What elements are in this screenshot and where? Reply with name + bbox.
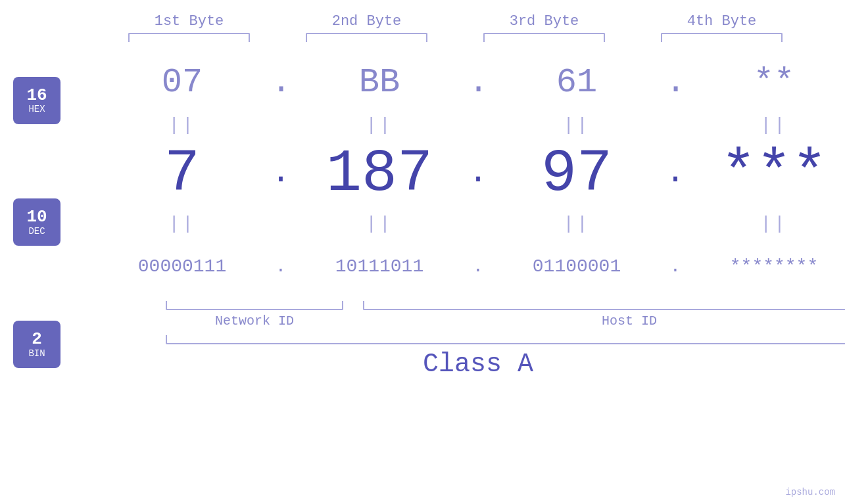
bracket-line-2 — [306, 33, 427, 42]
eq2-sym-2: || — [366, 214, 393, 234]
top-brackets — [33, 33, 845, 46]
hex-sep-2: . — [468, 63, 488, 102]
network-bracket — [166, 301, 343, 310]
bottom-brackets — [153, 301, 845, 310]
dec-badge-label: DEC — [28, 227, 45, 237]
bracket-box-1 — [101, 33, 278, 46]
dec-val-3: 97 — [541, 141, 612, 208]
host-bracket — [363, 301, 845, 310]
byte1-header: 1st Byte — [101, 13, 278, 30]
hex-badge-number: 16 — [26, 86, 47, 105]
dec-sep-1: . — [271, 154, 291, 195]
hex-val-2: BB — [359, 63, 400, 102]
full-bracket — [166, 335, 845, 344]
eq-sym-3: || — [563, 115, 591, 135]
bin-sep-3: . — [665, 256, 685, 277]
hex-badge: 16 HEX — [13, 77, 60, 124]
hex-val-4: ** — [754, 63, 794, 102]
hex-sep-1: . — [271, 63, 291, 102]
grid-area: 07 . BB . 61 . ** || — [60, 53, 845, 379]
bracket-line-1 — [128, 33, 250, 42]
labels-row: Network ID Host ID — [153, 313, 845, 329]
eq2-sym-3: || — [563, 214, 591, 234]
byte-headers: 1st Byte 2nd Byte 3rd Byte 4th Byte — [33, 0, 845, 30]
eq-cell-3: || — [488, 115, 665, 135]
eq-cell-1: || — [93, 115, 271, 135]
byte3-header: 3rd Byte — [456, 13, 633, 30]
bin-val-3: 01100001 — [533, 256, 621, 277]
class-label: Class A — [60, 350, 845, 379]
dec-sep-3: . — [665, 154, 685, 195]
bracket-box-2 — [278, 33, 456, 46]
bin-sep-1: . — [271, 256, 291, 277]
bracket-line-4 — [661, 33, 783, 42]
bin-badge: 2 BIN — [13, 321, 60, 368]
bracket-box-4 — [633, 33, 811, 46]
hex-cell-1: 07 — [93, 63, 271, 102]
dec-val-2: 187 — [326, 141, 433, 208]
dec-badge: 10 DEC — [13, 198, 60, 246]
host-id-label: Host ID — [363, 313, 845, 329]
bin-cell-2: 10111011 — [291, 256, 468, 277]
hex-sep-3: . — [665, 63, 685, 102]
dec-cell-4: *** — [685, 141, 845, 208]
eq-sym-2: || — [366, 115, 393, 135]
hex-cell-3: 61 — [488, 63, 665, 102]
dec-badge-number: 10 — [26, 208, 47, 227]
bin-badge-label: BIN — [28, 349, 45, 359]
equals-row-2: || || || || — [60, 210, 845, 237]
eq-sym-4: || — [760, 115, 788, 135]
eq2-cell-1: || — [93, 214, 271, 234]
bracket-line-3 — [483, 33, 605, 42]
dec-cell-2: 187 — [291, 141, 468, 208]
hex-badge-label: HEX — [28, 104, 45, 114]
network-id-label: Network ID — [166, 313, 343, 329]
bin-row: 00000111 . 10111011 . 01100001 . *******… — [60, 237, 845, 296]
eq2-sym-4: || — [760, 214, 788, 234]
content-area: 16 HEX 10 DEC 2 BIN 07 . BB — [0, 53, 845, 379]
bin-badge-number: 2 — [32, 330, 42, 349]
hex-cell-2: BB — [291, 63, 468, 102]
dec-cell-3: 97 — [488, 141, 665, 208]
eq-cell-4: || — [685, 115, 845, 135]
equals-row-1: || || || || — [60, 112, 845, 138]
main-container: 1st Byte 2nd Byte 3rd Byte 4th Byte 16 H… — [0, 0, 845, 504]
hex-cell-4: ** — [685, 63, 845, 102]
dec-sep-2: . — [468, 154, 488, 195]
eq2-cell-4: || — [685, 214, 845, 234]
hex-row: 07 . BB . 61 . ** — [60, 53, 845, 112]
bin-cell-4: ******** — [685, 256, 845, 277]
eq2-sym-1: || — [168, 214, 196, 234]
bracket-box-3 — [456, 33, 633, 46]
eq2-cell-2: || — [291, 214, 468, 234]
badges-column: 16 HEX 10 DEC 2 BIN — [0, 53, 60, 379]
bin-sep-2: . — [468, 256, 488, 277]
dec-cell-1: 7 — [93, 141, 271, 208]
eq-cell-2: || — [291, 115, 468, 135]
dec-val-4: *** — [721, 141, 827, 208]
eq2-cell-3: || — [488, 214, 665, 234]
byte4-header: 4th Byte — [633, 13, 811, 30]
bin-val-4: ******** — [730, 256, 818, 277]
hex-val-3: 61 — [556, 63, 597, 102]
hex-val-1: 07 — [162, 63, 203, 102]
bin-val-2: 10111011 — [335, 256, 423, 277]
bin-cell-3: 01100001 — [488, 256, 665, 277]
byte2-header: 2nd Byte — [278, 13, 456, 30]
bin-cell-1: 00000111 — [93, 256, 271, 277]
bin-val-1: 00000111 — [138, 256, 226, 277]
full-bracket-row — [153, 335, 845, 344]
dec-row: 7 . 187 . 97 . *** — [60, 138, 845, 210]
watermark: ipshu.com — [785, 487, 835, 497]
eq-sym-1: || — [168, 115, 196, 135]
dec-val-1: 7 — [164, 141, 200, 208]
